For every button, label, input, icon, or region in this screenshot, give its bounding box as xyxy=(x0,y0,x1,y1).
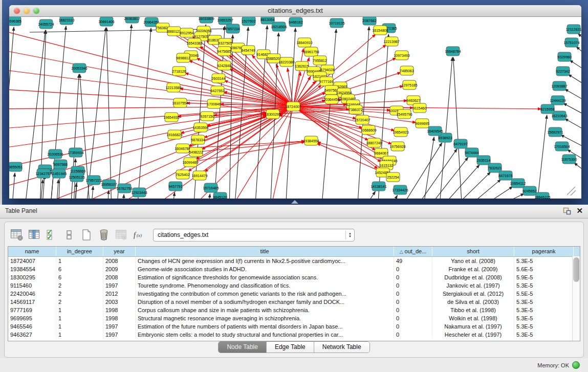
column-header-in_degree[interactable]: in_degree xyxy=(56,247,103,256)
graph-node[interactable]: 12213589 xyxy=(165,83,181,92)
table-row[interactable]: 969969511998Structural magnetic resonanc… xyxy=(8,314,580,322)
graph-node[interactable]: 17359934 xyxy=(68,148,83,157)
row-height-icon[interactable] xyxy=(62,228,76,242)
graph-node[interactable]: 16033809 xyxy=(198,17,214,23)
graph-node[interactable]: 14138141 xyxy=(371,182,386,191)
graph-node[interactable]: 18846225 xyxy=(534,192,550,199)
graph-node[interactable]: 8860123 xyxy=(167,27,181,36)
graph-node[interactable]: 16914479 xyxy=(191,171,207,180)
delete-table-icon[interactable] xyxy=(97,228,111,242)
table-row[interactable]: 911546021997Tourette syndrome. Phenomeno… xyxy=(8,281,580,290)
dropdown-stepper-icon[interactable]: ▲▼ xyxy=(345,231,354,239)
table-row[interactable]: 1830029562008Estimation of significance … xyxy=(8,273,580,281)
graph-node[interactable]: 1696385 xyxy=(9,17,21,26)
graph-node[interactable]: 19166829 xyxy=(166,130,182,139)
graph-node[interactable]: 16409545 xyxy=(427,126,443,136)
graph-node[interactable]: 16099489 xyxy=(182,158,198,167)
graph-node[interactable]: 19654935 xyxy=(163,113,179,122)
column-header-short[interactable]: short xyxy=(432,247,514,256)
table-row[interactable]: 1872400712008Changes of HCN gene express… xyxy=(8,257,580,265)
graph-node[interactable]: 9227342 xyxy=(556,67,570,76)
graph-node[interactable]: 18807249 xyxy=(366,138,382,147)
table-row[interactable]: 946362711997Embryonic stem cells: a mode… xyxy=(8,331,580,339)
function-builder-icon[interactable]: f(x) xyxy=(132,228,145,242)
graph-node[interactable]: 15716485 xyxy=(203,183,219,192)
graph-node[interactable]: 7955812 xyxy=(313,56,326,65)
graph-node[interactable]: 20364456 xyxy=(323,95,339,104)
graph-node[interactable]: 18300295 xyxy=(265,110,280,119)
graph-node[interactable]: 2603144 xyxy=(211,74,225,83)
network-canvas[interactable]: 1696385240557241882311030691406260838172… xyxy=(9,17,581,199)
graph-node[interactable]: 10719135 xyxy=(329,18,344,28)
graph-node[interactable]: 9327505 xyxy=(218,38,232,48)
graph-node[interactable]: 8215958 xyxy=(540,104,554,114)
graph-node[interactable]: 26083817 xyxy=(124,17,140,23)
graph-node[interactable]: 15751074 xyxy=(563,38,579,47)
graph-node[interactable]: 19756928 xyxy=(389,142,405,151)
graph-node[interactable]: 7857234 xyxy=(226,24,239,33)
graph-node[interactable]: 10654112 xyxy=(510,179,526,188)
table-row[interactable]: 1456911722003Disruption of a novel membe… xyxy=(8,298,580,306)
graph-node[interactable]: 7485063 xyxy=(400,66,413,75)
graph-node[interactable]: 9475685 xyxy=(217,47,231,56)
graph-node[interactable]: 18220380 xyxy=(278,57,294,67)
table-row[interactable]: 977716911998Corpus callosum shape and si… xyxy=(8,306,580,314)
graph-node[interactable]: 7386372 xyxy=(349,105,362,114)
graph-node[interactable]: 9242848 xyxy=(217,61,231,70)
column-header-pagerank[interactable]: pagerank xyxy=(514,247,574,256)
graph-node[interactable]: 12342757 xyxy=(35,169,51,178)
graph-node[interactable]: 252254 xyxy=(386,172,400,182)
graph-node[interactable]: 11451945 xyxy=(51,169,67,178)
graph-node[interactable]: 2935114 xyxy=(477,156,491,165)
graph-node[interactable]: 19654923 xyxy=(393,127,408,137)
graph-node[interactable]: 24055724 xyxy=(38,19,54,29)
table-row[interactable]: 946554611997Estimation of the future num… xyxy=(8,322,580,331)
graph-node[interactable]: 16107554 xyxy=(172,98,188,107)
graph-node[interactable]: 30691406 xyxy=(98,17,114,26)
tab-node-table[interactable]: Node Table xyxy=(219,342,267,353)
resize-grip-icon[interactable] xyxy=(567,187,576,195)
graph-node[interactable]: 16154808 xyxy=(372,26,388,35)
graph-node[interactable]: 19384554 xyxy=(303,136,319,145)
graph-node[interactable]: 8427552 xyxy=(210,86,224,95)
graph-node[interactable]: 6479197 xyxy=(453,139,467,148)
graph-node[interactable]: 9777169 xyxy=(319,77,333,86)
create-table-icon[interactable] xyxy=(79,228,93,242)
graph-node[interactable]: 12093887 xyxy=(551,81,567,91)
graph-node[interactable]: 20053346 xyxy=(71,63,87,73)
graph-node[interactable]: 8471676 xyxy=(498,171,512,180)
graph-node[interactable]: 16543382 xyxy=(186,38,202,48)
graph-node[interactable]: 2718126 xyxy=(172,67,186,76)
graph-node[interactable]: 16961758 xyxy=(303,47,319,56)
graph-node[interactable]: 9329960 xyxy=(557,52,571,61)
table-settings-icon[interactable] xyxy=(10,228,24,242)
graph-node[interactable]: 17334426 xyxy=(392,185,408,194)
graph-node[interactable]: 18724007 xyxy=(285,102,301,111)
graph-node[interactable]: 9115460 xyxy=(413,103,427,113)
table-row[interactable]: 1938455462009Genome-wide association stu… xyxy=(8,265,580,273)
graph-node[interactable]: 9267150 xyxy=(200,112,214,121)
graph-node[interactable]: 16648784 xyxy=(445,47,461,56)
graph-node[interactable]: 16046786 xyxy=(175,144,190,153)
graph-node[interactable]: 8454749 xyxy=(241,46,255,55)
graph-node[interactable]: 5878334 xyxy=(191,135,205,144)
graph-node[interactable]: 12213987 xyxy=(383,37,399,46)
column-header-year[interactable]: year xyxy=(103,247,136,256)
table-row[interactable]: 2242004622012Investigating the contribut… xyxy=(8,290,580,298)
table-scrollbar[interactable] xyxy=(572,256,580,341)
graph-node[interactable]: 9845120 xyxy=(213,192,227,199)
graph-node[interactable]: 17957223 xyxy=(85,176,101,185)
graph-node[interactable]: 15495796 xyxy=(396,110,412,119)
graph-node[interactable]: 15692971 xyxy=(547,127,563,137)
graph-node[interactable]: 1700846 xyxy=(207,99,221,108)
graph-node[interactable]: 16958107 xyxy=(101,180,117,189)
graph-node[interactable]: 10973493 xyxy=(394,51,409,60)
graph-node[interactable]: 12923448 xyxy=(131,188,147,197)
graph-node[interactable]: 12505135 xyxy=(69,172,84,182)
graph-node[interactable]: 20206536 xyxy=(47,149,63,159)
show-columns-icon[interactable] xyxy=(27,228,41,242)
graph-node[interactable]: 12975185 xyxy=(401,80,417,90)
network-window-titlebar[interactable]: citations_edges.txt xyxy=(9,5,581,17)
graph-node[interactable]: 18640910 xyxy=(296,38,312,47)
graph-node[interactable]: 17016504 xyxy=(554,142,570,151)
